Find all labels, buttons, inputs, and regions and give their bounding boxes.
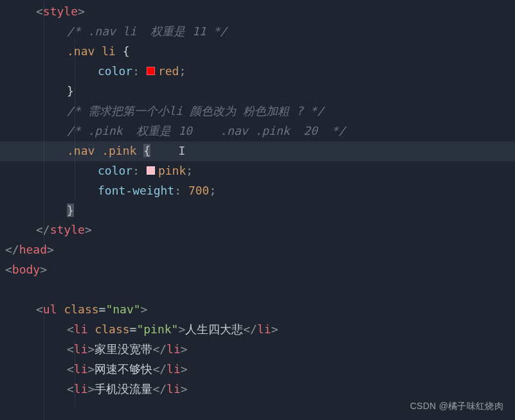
code-line: color: pink; [0,161,515,181]
color-swatch-red [147,67,155,75]
code-line: color: red; [0,62,515,82]
code-line: /* 需求把第一个小li 颜色改为 粉色加粗 ? */ [0,101,515,121]
watermark: CSDN @橘子味红烧肉 [410,398,503,414]
code-line: <li class="pink">人生四大悲</li> [0,320,515,340]
code-line: <li>家里没宽带</li> [0,340,515,360]
code-line: <body> [0,260,515,280]
code-line: /* .pink 权重是 10 .nav .pink 20 */ [0,121,515,141]
code-line: <ul class="nav"> [0,300,515,320]
code-line: </head> [0,240,515,260]
code-line: <style> [0,2,515,22]
code-line: <li>网速不够快</li> [0,360,515,380]
code-line-active: .nav .pink { I [0,141,515,161]
code-line: <li>手机没流量</li> [0,380,515,399]
code-line: } [0,201,515,221]
code-line-blank [0,280,515,300]
code-line: /* .nav li 权重是 11 */ [0,22,515,42]
color-swatch-pink [147,166,155,175]
code-line: .nav li { [0,42,515,62]
text-cursor: I [178,144,185,157]
code-line: } [0,82,515,101]
code-editor[interactable]: <style> /* .nav li 权重是 11 */ .nav li { c… [0,0,515,399]
code-line: </style> [0,220,515,240]
code-line: font-weight: 700; [0,181,515,201]
